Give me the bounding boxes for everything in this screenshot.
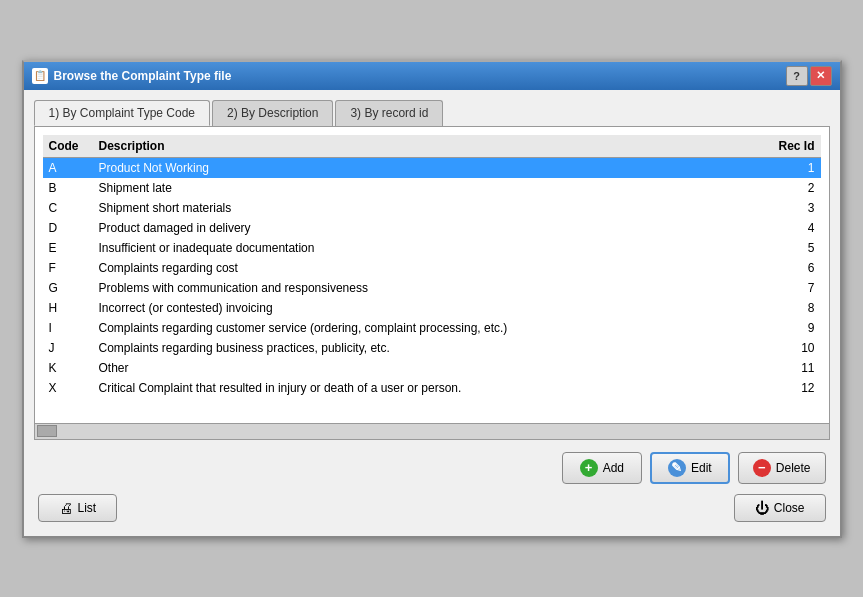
cell-description: Critical Complaint that resulted in inju…: [93, 378, 761, 398]
cell-description: Complaints regarding business practices,…: [93, 338, 761, 358]
cell-rec-id: 11: [761, 358, 821, 378]
table-row[interactable]: BShipment late2: [43, 178, 821, 198]
cell-description: Incorrect (or contested) invoicing: [93, 298, 761, 318]
cell-code: E: [43, 238, 93, 258]
table-row[interactable]: KOther11: [43, 358, 821, 378]
table-wrapper: Code Description Rec Id AProduct Not Wor…: [43, 135, 821, 415]
cell-code: J: [43, 338, 93, 358]
close-icon: ⏻: [755, 500, 769, 516]
add-label: Add: [603, 461, 624, 475]
cell-rec-id: 12: [761, 378, 821, 398]
list-button[interactable]: 🖨 List: [38, 494, 118, 522]
table-row[interactable]: GProblems with communication and respons…: [43, 278, 821, 298]
col-header-rec-id: Rec Id: [761, 135, 821, 158]
tab-bar: 1) By Complaint Type Code 2) By Descript…: [34, 100, 830, 126]
cell-rec-id: 7: [761, 278, 821, 298]
close-label: Close: [774, 501, 805, 515]
table-row[interactable]: JComplaints regarding business practices…: [43, 338, 821, 358]
main-window: 📋 Browse the Complaint Type file ? ✕ 1) …: [22, 60, 842, 538]
delete-icon: −: [753, 459, 771, 477]
tab-by-complaint-type-code[interactable]: 1) By Complaint Type Code: [34, 100, 211, 126]
delete-label: Delete: [776, 461, 811, 475]
col-header-description: Description: [93, 135, 761, 158]
title-bar: 📋 Browse the Complaint Type file ? ✕: [24, 62, 840, 90]
edit-label: Edit: [691, 461, 712, 475]
cell-description: Complaints regarding cost: [93, 258, 761, 278]
edit-button[interactable]: ✎ Edit: [650, 452, 730, 484]
scroll-thumb[interactable]: [37, 425, 57, 437]
cell-code: D: [43, 218, 93, 238]
cell-description: Product damaged in delivery: [93, 218, 761, 238]
tab-by-description[interactable]: 2) By Description: [212, 100, 333, 126]
tab-content: Code Description Rec Id AProduct Not Wor…: [34, 126, 830, 424]
cell-code: H: [43, 298, 93, 318]
add-icon: +: [580, 459, 598, 477]
cell-rec-id: 2: [761, 178, 821, 198]
cell-code: F: [43, 258, 93, 278]
footer-buttons: 🖨 List ⏻ Close: [34, 484, 830, 526]
close-button[interactable]: ⏻ Close: [734, 494, 826, 522]
list-label: List: [78, 501, 97, 515]
cell-code: K: [43, 358, 93, 378]
cell-code: I: [43, 318, 93, 338]
table-row[interactable]: EInsufficient or inadequate documentatio…: [43, 238, 821, 258]
table-row[interactable]: DProduct damaged in delivery4: [43, 218, 821, 238]
table-body: AProduct Not Working1BShipment late2CShi…: [43, 157, 821, 398]
table-row[interactable]: CShipment short materials3: [43, 198, 821, 218]
cell-rec-id: 1: [761, 157, 821, 178]
cell-rec-id: 5: [761, 238, 821, 258]
window-title: Browse the Complaint Type file: [54, 69, 232, 83]
cell-rec-id: 8: [761, 298, 821, 318]
cell-description: Shipment short materials: [93, 198, 761, 218]
table-row[interactable]: FComplaints regarding cost6: [43, 258, 821, 278]
table-row[interactable]: XCritical Complaint that resulted in inj…: [43, 378, 821, 398]
col-header-code: Code: [43, 135, 93, 158]
cell-description: Other: [93, 358, 761, 378]
cell-code: A: [43, 157, 93, 178]
title-bar-buttons: ? ✕: [786, 66, 832, 86]
horizontal-scrollbar[interactable]: [34, 424, 830, 440]
table-header: Code Description Rec Id: [43, 135, 821, 158]
cell-rec-id: 3: [761, 198, 821, 218]
delete-button[interactable]: − Delete: [738, 452, 826, 484]
cell-rec-id: 9: [761, 318, 821, 338]
cell-code: B: [43, 178, 93, 198]
table-row[interactable]: AProduct Not Working1: [43, 157, 821, 178]
cell-description: Complaints regarding customer service (o…: [93, 318, 761, 338]
cell-rec-id: 4: [761, 218, 821, 238]
cell-description: Insufficient or inadequate documentation: [93, 238, 761, 258]
window-close-button[interactable]: ✕: [810, 66, 832, 86]
complaint-table: Code Description Rec Id AProduct Not Wor…: [43, 135, 821, 398]
cell-description: Problems with communication and responsi…: [93, 278, 761, 298]
cell-code: C: [43, 198, 93, 218]
action-buttons: + Add ✎ Edit − Delete: [34, 452, 830, 484]
cell-rec-id: 10: [761, 338, 821, 358]
table-row[interactable]: HIncorrect (or contested) invoicing8: [43, 298, 821, 318]
title-bar-left: 📋 Browse the Complaint Type file: [32, 68, 232, 84]
window-icon: 📋: [32, 68, 48, 84]
cell-code: G: [43, 278, 93, 298]
window-body: 1) By Complaint Type Code 2) By Descript…: [24, 90, 840, 536]
list-icon: 🖨: [59, 500, 73, 516]
cell-code: X: [43, 378, 93, 398]
tab-by-record-id[interactable]: 3) By record id: [335, 100, 443, 126]
add-button[interactable]: + Add: [562, 452, 642, 484]
help-button[interactable]: ?: [786, 66, 808, 86]
table-row[interactable]: IComplaints regarding customer service (…: [43, 318, 821, 338]
cell-rec-id: 6: [761, 258, 821, 278]
cell-description: Product Not Working: [93, 157, 761, 178]
edit-icon: ✎: [668, 459, 686, 477]
cell-description: Shipment late: [93, 178, 761, 198]
